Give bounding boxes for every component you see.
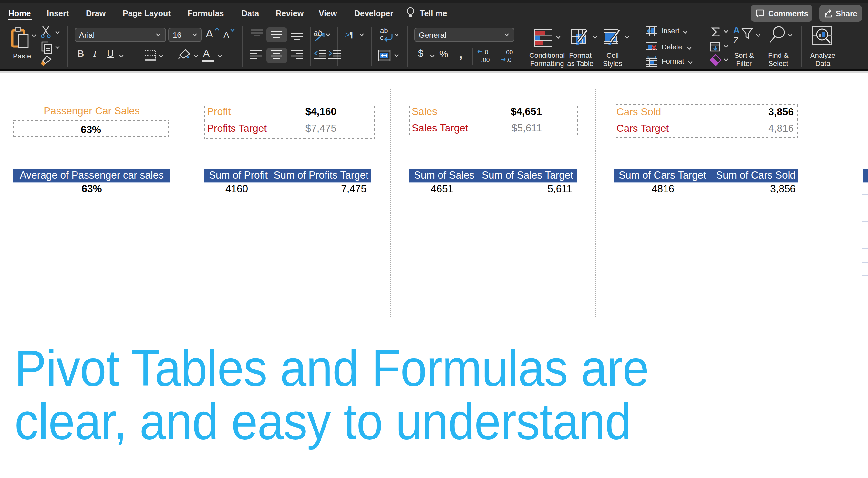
svg-text:.00: .00 <box>504 49 513 56</box>
svg-text:.0: .0 <box>483 49 488 56</box>
svg-text:.00: .00 <box>481 57 490 63</box>
svg-text:.0: .0 <box>506 57 512 63</box>
